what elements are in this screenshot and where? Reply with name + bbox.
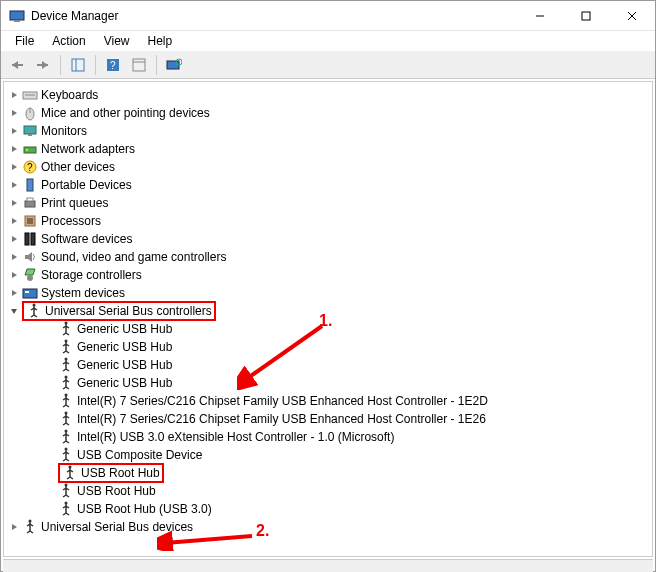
usb-icon: [58, 483, 74, 499]
titlebar: Device Manager: [1, 1, 655, 31]
svg-point-48: [29, 520, 32, 523]
svg-rect-1: [14, 20, 20, 22]
show-hide-tree-button[interactable]: [66, 53, 90, 77]
chevron-right-icon[interactable]: [8, 161, 20, 173]
category-row[interactable]: Print queues: [8, 194, 648, 212]
chevron-right-icon[interactable]: [8, 197, 20, 209]
svg-rect-21: [28, 134, 32, 136]
network-icon: [22, 141, 38, 157]
category-label: Storage controllers: [41, 268, 142, 282]
storage-icon: [22, 267, 38, 283]
app-icon: [9, 8, 25, 24]
chevron-right-icon[interactable]: [8, 89, 20, 101]
category-row[interactable]: Processors: [8, 212, 648, 230]
category-row[interactable]: Network adapters: [8, 140, 648, 158]
device-row[interactable]: USB Root Hub: [44, 464, 648, 482]
svg-rect-28: [27, 198, 33, 201]
software-icon: [22, 231, 38, 247]
svg-point-39: [65, 358, 68, 361]
svg-point-23: [26, 149, 28, 151]
chevron-right-icon[interactable]: [8, 125, 20, 137]
menu-action[interactable]: Action: [44, 32, 93, 50]
device-row[interactable]: Intel(R) 7 Series/C216 Chipset Family US…: [44, 410, 648, 428]
category-row[interactable]: Keyboards: [8, 86, 648, 104]
usb-icon: [58, 339, 74, 355]
chevron-right-icon[interactable]: [8, 179, 20, 191]
properties-button[interactable]: [127, 53, 151, 77]
scan-hardware-button[interactable]: [162, 53, 186, 77]
svg-point-38: [65, 340, 68, 343]
chevron-down-icon[interactable]: [8, 305, 20, 317]
chevron-right-icon[interactable]: [8, 233, 20, 245]
category-label: Keyboards: [41, 88, 98, 102]
category-row[interactable]: Mice and other pointing devices: [8, 104, 648, 122]
category-row[interactable]: Sound, video and game controllers: [8, 248, 648, 266]
usb-icon: [58, 321, 74, 337]
help-button[interactable]: ?: [101, 53, 125, 77]
usb-icon: [58, 375, 74, 391]
chevron-right-icon[interactable]: [8, 251, 20, 263]
back-button[interactable]: [5, 53, 29, 77]
chevron-right-icon[interactable]: [8, 107, 20, 119]
cpu-icon: [22, 213, 38, 229]
device-tree[interactable]: KeyboardsMice and other pointing devices…: [3, 81, 653, 557]
svg-rect-3: [582, 12, 590, 20]
forward-button[interactable]: [31, 53, 55, 77]
usb-icon: [58, 411, 74, 427]
device-row[interactable]: USB Composite Device: [44, 446, 648, 464]
chevron-right-icon[interactable]: [8, 215, 20, 227]
device-label: Intel(R) 7 Series/C216 Chipset Family US…: [77, 394, 488, 408]
svg-line-50: [165, 536, 252, 543]
category-row[interactable]: System devices: [8, 284, 648, 302]
chevron-right-icon[interactable]: [8, 287, 20, 299]
category-row[interactable]: Portable Devices: [8, 176, 648, 194]
category-label: System devices: [41, 286, 125, 300]
maximize-button[interactable]: [563, 1, 609, 31]
device-label: Generic USB Hub: [77, 340, 172, 354]
close-button[interactable]: [609, 1, 655, 31]
sound-icon: [22, 249, 38, 265]
category-row[interactable]: Storage controllers: [8, 266, 648, 284]
svg-point-43: [65, 430, 68, 433]
device-row[interactable]: USB Root Hub: [44, 482, 648, 500]
device-row[interactable]: Generic USB Hub: [44, 356, 648, 374]
svg-rect-27: [25, 201, 35, 207]
minimize-button[interactable]: [517, 1, 563, 31]
category-row[interactable]: Software devices: [8, 230, 648, 248]
device-row[interactable]: Intel(R) USB 3.0 eXtensible Host Control…: [44, 428, 648, 446]
device-label: Intel(R) 7 Series/C216 Chipset Family US…: [77, 412, 486, 426]
svg-rect-26: [27, 179, 33, 191]
device-manager-window: Device Manager File Action View Help ? K…: [0, 0, 656, 572]
usb-icon: [58, 393, 74, 409]
svg-rect-12: [133, 59, 145, 71]
device-label: USB Root Hub: [81, 466, 160, 480]
monitor-icon: [22, 123, 38, 139]
menu-help[interactable]: Help: [140, 32, 181, 50]
category-row[interactable]: Monitors: [8, 122, 648, 140]
svg-point-42: [65, 412, 68, 415]
chevron-right-icon[interactable]: [8, 143, 20, 155]
chevron-right-icon[interactable]: [8, 521, 20, 533]
device-label: USB Root Hub: [77, 484, 156, 498]
device-row[interactable]: Intel(R) 7 Series/C216 Chipset Family US…: [44, 392, 648, 410]
menu-view[interactable]: View: [96, 32, 138, 50]
svg-rect-31: [25, 233, 29, 245]
window-controls: [517, 1, 655, 31]
category-label: Processors: [41, 214, 101, 228]
chevron-right-icon[interactable]: [8, 269, 20, 281]
usb-icon: [58, 447, 74, 463]
svg-point-45: [69, 466, 72, 469]
usb-icon: [58, 429, 74, 445]
svg-point-33: [27, 275, 33, 281]
category-usb-devices[interactable]: Universal Serial Bus devices: [8, 518, 648, 536]
svg-rect-35: [25, 291, 29, 293]
category-row[interactable]: ?Other devices: [8, 158, 648, 176]
device-row[interactable]: Generic USB Hub: [44, 338, 648, 356]
device-row[interactable]: USB Root Hub (USB 3.0): [44, 500, 648, 518]
menu-file[interactable]: File: [7, 32, 42, 50]
device-row[interactable]: Generic USB Hub: [44, 374, 648, 392]
category-label: Mice and other pointing devices: [41, 106, 210, 120]
category-usb-controllers[interactable]: Universal Serial Bus controllers: [8, 302, 648, 320]
device-row[interactable]: Generic USB Hub: [44, 320, 648, 338]
mouse-icon: [22, 105, 38, 121]
